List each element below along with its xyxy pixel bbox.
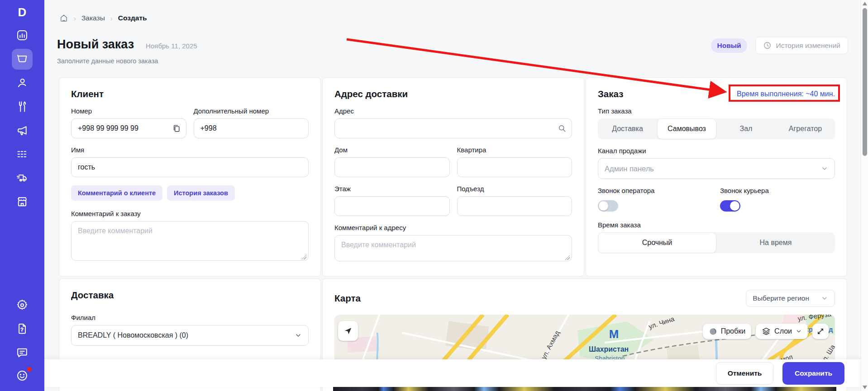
svg-text:?: ? <box>21 327 24 332</box>
save-button[interactable]: Сохранить <box>782 362 844 385</box>
operator-call-toggle[interactable] <box>598 200 618 212</box>
chevron-down-icon <box>821 295 828 302</box>
order-type-delivery[interactable]: Доставка <box>598 118 657 139</box>
breadcrumb-orders[interactable]: Заказы <box>81 14 105 22</box>
address-card: Адрес доставки Адрес Дом Квартира Этаж П… <box>322 77 584 277</box>
sidebar-item-dashboard[interactable] <box>12 25 33 46</box>
traffic-button[interactable]: Пробки <box>703 324 751 339</box>
sidebar-item-store[interactable] <box>12 191 33 212</box>
client-comment-button[interactable]: Комментарий о клиенте <box>71 185 162 201</box>
region-select[interactable]: Выберите регион <box>746 290 835 307</box>
client-card-title: Клиент <box>71 89 309 99</box>
order-type-segmented: Доставка Самовывоз Зал Агрегатор <box>598 118 835 139</box>
branch-select[interactable]: BREADLY ( Новомосковская ) (0) <box>71 325 309 346</box>
delivery-card-title: Доставка <box>71 290 309 301</box>
chat-icon <box>16 346 29 359</box>
chevron-down-icon <box>821 165 828 172</box>
breadcrumb-separator: › <box>110 14 113 22</box>
locate-me-button[interactable] <box>338 321 358 341</box>
entrance-input[interactable] <box>457 196 572 216</box>
client-card: Клиент Номер Дополнительный номер Имя Ко… <box>59 77 321 277</box>
order-comment-textarea[interactable] <box>71 221 309 261</box>
order-type-aggregator[interactable]: Агрегатор <box>776 118 835 139</box>
delivery-truck-icon <box>16 171 29 184</box>
map-clipped-strip <box>333 387 836 391</box>
order-time-urgent[interactable]: Срочный <box>598 232 716 253</box>
region-select-placeholder: Выберите регион <box>753 294 809 302</box>
execution-time-link[interactable]: Время выполнения: ~40 мин. <box>737 90 835 98</box>
sidebar-item-feedback[interactable] <box>12 365 33 386</box>
history-button-label: История изменений <box>776 42 840 50</box>
breadcrumb-separator: › <box>74 14 76 22</box>
order-time-scheduled[interactable]: На время <box>716 232 835 253</box>
sales-channel-value: Админ панель <box>605 165 654 173</box>
stats-icon <box>16 29 29 42</box>
expand-icon <box>816 327 825 335</box>
sidebar-item-orders[interactable] <box>12 49 33 70</box>
courier-call-label: Звонок курьера <box>720 187 835 194</box>
sidebar-item-settings[interactable] <box>12 294 33 315</box>
courier-call-toggle[interactable] <box>720 200 740 212</box>
sidebar-item-chat[interactable] <box>12 342 33 363</box>
traffic-button-label: Пробки <box>721 327 745 335</box>
sales-channel-select[interactable]: Админ панель <box>598 158 835 179</box>
page-title: Новый заказ <box>57 38 134 52</box>
house-input[interactable] <box>334 157 450 177</box>
branch-label: Филиал <box>71 314 309 321</box>
feedback-smiley-icon <box>16 369 29 382</box>
toggle-knob <box>599 201 608 211</box>
copy-icon[interactable] <box>172 124 181 133</box>
clock-icon <box>763 41 772 50</box>
name-label: Имя <box>71 146 309 154</box>
page-scrollbar[interactable] <box>861 0 868 391</box>
settings-gear-icon <box>16 298 29 311</box>
help-icon: ? <box>16 322 29 335</box>
breadcrumb: › Заказы › Создать <box>59 14 147 23</box>
traffic-icon <box>709 327 717 336</box>
page-subtitle: Заполните данные нового заказа <box>57 57 158 65</box>
phone-input[interactable] <box>71 118 186 138</box>
operator-call-label: Звонок оператора <box>598 187 713 194</box>
address-label: Адрес <box>334 107 572 115</box>
floor-input[interactable] <box>334 196 450 216</box>
status-badge: Новый <box>711 38 748 53</box>
layers-button[interactable]: Слои <box>756 324 808 339</box>
client-name-input[interactable] <box>71 157 309 177</box>
extra-phone-label: Дополнительный номер <box>194 107 309 115</box>
sidebar-item-menu[interactable] <box>12 96 33 117</box>
layers-icon <box>762 327 771 336</box>
chevron-down-icon <box>796 328 802 334</box>
extra-phone-input[interactable] <box>194 118 309 138</box>
app-logo[interactable]: D <box>0 5 44 19</box>
history-button[interactable]: История изменений <box>755 37 848 54</box>
home-icon[interactable] <box>59 14 68 23</box>
sidebar-item-catalog[interactable] <box>12 144 33 165</box>
apartment-input[interactable] <box>457 157 572 177</box>
scroll-up-arrow[interactable] <box>863 2 867 5</box>
scroll-down-arrow[interactable] <box>863 386 867 389</box>
notification-dot <box>27 367 32 372</box>
order-card: Заказ Время выполнения: ~40 мин. Тип зак… <box>586 77 847 277</box>
order-time-segmented: Срочный На время <box>598 232 835 253</box>
toggle-knob <box>730 201 739 211</box>
address-comment-textarea[interactable] <box>334 235 572 261</box>
order-time-label: Время заказа <box>598 221 835 229</box>
marketing-megaphone-icon <box>16 124 29 137</box>
sidebar-item-marketing[interactable] <box>12 120 33 141</box>
order-type-pickup[interactable]: Самовывоз <box>657 118 716 139</box>
orders-cart-icon <box>16 53 29 66</box>
sidebar-item-help[interactable]: ? <box>12 318 33 339</box>
footer-bar: Отменить Сохранить <box>44 359 861 387</box>
catalog-grid-icon <box>16 148 29 160</box>
fullscreen-button[interactable] <box>812 324 829 339</box>
sidebar-item-clients[interactable] <box>12 72 33 93</box>
search-icon[interactable] <box>558 124 567 133</box>
cancel-button[interactable]: Отменить <box>716 362 773 385</box>
branch-value: BREADLY ( Новомосковская ) (0) <box>78 331 188 339</box>
address-input[interactable] <box>334 118 572 138</box>
sidebar-item-delivery[interactable] <box>12 167 33 188</box>
order-history-button[interactable]: История заказов <box>167 185 235 201</box>
order-type-hall[interactable]: Зал <box>716 118 776 139</box>
scrollbar-thumb[interactable] <box>863 8 867 156</box>
order-comment-label: Комментарий к заказу <box>71 210 309 217</box>
